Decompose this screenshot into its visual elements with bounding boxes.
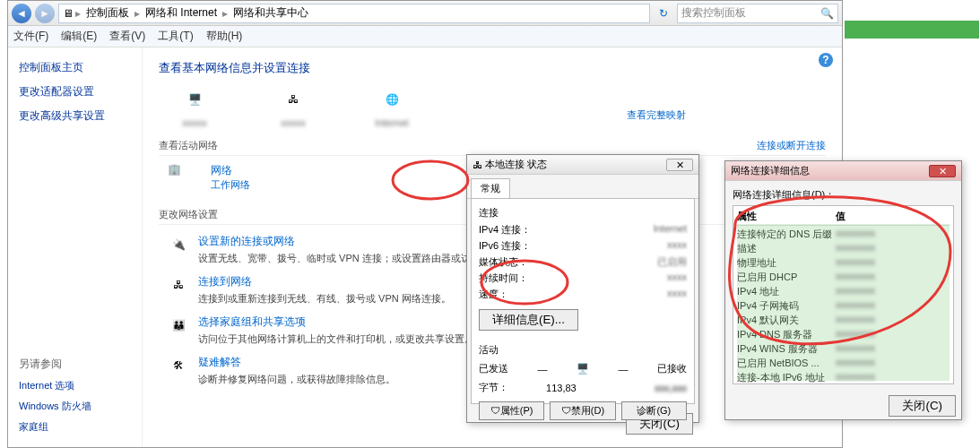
chevron-right-icon: ▸: [75, 7, 81, 20]
detail-row: IPv4 地址xxxxxxxx: [737, 285, 950, 298]
active-networks-label: 查看活动网络: [159, 139, 218, 152]
network-type-link[interactable]: 工作网络: [211, 178, 250, 192]
connection-details-dialog: 网络连接详细信息 ✕ 网络连接详细信息(D)： 属性 值 连接特定的 DNS 后…: [724, 160, 962, 420]
status-value: xxxx: [667, 288, 687, 301]
dialog-titlebar[interactable]: 网络连接详细信息 ✕: [725, 161, 961, 181]
status-key: 速度：: [479, 288, 508, 301]
status-row: 媒体状态：已启用: [479, 255, 687, 269]
group-connection-label: 连接: [479, 206, 687, 220]
change-item-title[interactable]: 连接到网络: [198, 274, 451, 289]
col-value: 值: [836, 210, 846, 223]
detail-property: IPv4 地址: [737, 285, 836, 298]
close-button[interactable]: 关闭(C): [889, 395, 956, 417]
network-name-link[interactable]: 网络: [211, 163, 250, 178]
status-key: 持续时间：: [479, 271, 528, 285]
crumb-root[interactable]: 控制面板: [82, 4, 133, 22]
sent-label: 已发送: [479, 362, 508, 375]
connect-disconnect-link[interactable]: 连接或断开连接: [757, 139, 826, 152]
refresh-button[interactable]: ↻: [654, 7, 673, 20]
detail-row: 连接-本地 IPv6 地址xxxxxxxx: [737, 371, 950, 384]
detail-row: 物理地址xxxxxxxx: [737, 256, 950, 270]
sidebar-home[interactable]: 控制面板主页: [19, 60, 131, 75]
shield-icon: 🛡: [561, 405, 571, 416]
sidebar-item-sharing[interactable]: 更改高级共享设置: [19, 108, 131, 124]
detail-value: xxxxxxxx: [836, 328, 950, 341]
breadcrumb[interactable]: 🖥 ▸ 控制面板 ▸ 网络和 Internet ▸ 网络和共享中心: [58, 4, 650, 23]
dialog-titlebar[interactable]: 🖧 本地连接 状态 ✕: [467, 155, 698, 175]
change-item-desc: 访问位于其他网络计算机上的文件和打印机，或更改共享设置。: [198, 332, 474, 346]
change-item-icon: 🛠: [168, 355, 189, 376]
sidebar-item-homegroup[interactable]: 家庭组: [19, 420, 131, 434]
search-icon: 🔍: [820, 7, 834, 20]
sidebar-item-firewall[interactable]: Windows 防火墙: [19, 400, 131, 413]
detail-row: 已启用 DHCPxxxxxxxx: [737, 271, 950, 284]
menu-help[interactable]: 帮助(H): [206, 29, 243, 44]
detail-value: xxxxxxxx: [836, 371, 950, 384]
change-item-title[interactable]: 选择家庭组和共享选项: [198, 314, 474, 330]
change-item-icon: 👪: [168, 314, 189, 336]
col-property: 属性: [737, 210, 836, 223]
details-inner: 网络连接详细信息(D)： 属性 值 连接特定的 DNS 后缀xxxxxxxx描述…: [725, 181, 961, 392]
crumb-leaf[interactable]: 网络和共享中心: [230, 4, 312, 22]
search-input[interactable]: 搜索控制面板 🔍: [677, 4, 838, 23]
bytes-recv-value: xxx,xxx: [655, 383, 687, 393]
dialog-title: 本地连接 状态: [485, 158, 666, 171]
connection-status-dialog: 🖧 本地连接 状态 ✕ 常规 连接 IPv4 连接：InternetIPv6 连…: [466, 154, 699, 423]
detail-property: IPv4 默认网关: [737, 314, 836, 327]
menu-edit[interactable]: 编辑(E): [61, 29, 97, 44]
detail-property: 物理地址: [737, 256, 836, 270]
help-icon[interactable]: ?: [819, 53, 833, 67]
network-icon: 🖧: [275, 85, 311, 114]
node-label: Internet: [365, 117, 419, 128]
diagnose-button[interactable]: 诊断(G): [621, 401, 687, 420]
detail-value: xxxxxxxx: [836, 314, 950, 327]
status-row: 速度：xxxx: [479, 288, 687, 301]
network-category-icon: 🏢: [168, 163, 200, 195]
crumb-mid[interactable]: 网络和 Internet: [142, 4, 221, 22]
sidebar-item-internet-options[interactable]: Internet 选项: [19, 379, 131, 392]
detail-property: IPv4 WINS 服务器: [737, 342, 836, 356]
sidebar-item-adapter[interactable]: 更改适配器设置: [19, 84, 131, 99]
tab-strip: 常规: [467, 175, 698, 199]
list-header: 属性 值: [737, 210, 950, 226]
close-icon[interactable]: ✕: [666, 159, 693, 171]
change-item-title[interactable]: 设置新的连接或网络: [198, 234, 500, 249]
detail-property: IPv4 子网掩码: [737, 299, 836, 313]
details-button[interactable]: 详细信息(E)...: [479, 309, 578, 331]
detail-row: 描述xxxxxxxx: [737, 242, 950, 255]
details-listbox[interactable]: 属性 值 连接特定的 DNS 后缀xxxxxxxx描述xxxxxxxx物理地址x…: [733, 205, 954, 384]
forward-button[interactable]: ►: [35, 4, 55, 23]
detail-value: xxxxxxxx: [836, 242, 950, 255]
tab-general[interactable]: 常规: [471, 178, 510, 198]
sidebar-also-label: 另请参阅: [19, 357, 131, 372]
status-pane: 连接 IPv4 连接：InternetIPv6 连接：xxxx媒体状态：已启用持…: [471, 198, 695, 404]
bytes-label: 字节：: [479, 381, 508, 394]
change-item-desc: 诊断并修复网络问题，或获得故障排除信息。: [198, 373, 395, 386]
menu-file[interactable]: 文件(F): [13, 29, 48, 44]
view-full-map-link[interactable]: 查看完整映射: [627, 108, 686, 122]
detail-property: 已启用 NetBIOS ...: [737, 357, 836, 370]
detail-value: xxxxxxxx: [836, 285, 950, 298]
menu-view[interactable]: 查看(V): [109, 29, 145, 44]
close-icon[interactable]: ✕: [929, 165, 956, 177]
detail-value: xxxxxxxx: [836, 299, 950, 313]
network-map: 🖥️xxxxx 🖧xxxxx 🌐Internet: [168, 85, 826, 128]
button-row: 🛡属性(P) 🛡禁用(D) 诊断(G): [479, 401, 687, 420]
detail-row: IPv4 默认网关xxxxxxxx: [737, 314, 950, 327]
node-label: xxxxx: [266, 117, 320, 128]
detail-value: xxxxxxxx: [836, 271, 950, 284]
back-button[interactable]: ◄: [12, 4, 31, 23]
page-title: 查看基本网络信息并设置连接: [159, 60, 826, 76]
status-key: IPv6 连接：: [479, 239, 531, 253]
detail-value: xxxxxxxx: [836, 342, 950, 356]
detail-property: IPv4 DNS 服务器: [737, 328, 836, 341]
status-row: 持续时间：xxxx: [479, 271, 687, 285]
change-item-icon: 🖧: [168, 274, 189, 296]
detail-row: 连接特定的 DNS 后缀xxxxxxxx: [737, 228, 950, 241]
detail-property: 连接特定的 DNS 后缀: [737, 228, 836, 241]
disable-button[interactable]: 🛡禁用(D): [550, 401, 615, 420]
chevron-right-icon: ▸: [222, 7, 228, 20]
menu-tools[interactable]: 工具(T): [158, 29, 193, 44]
properties-button[interactable]: 🛡属性(P): [479, 401, 544, 420]
change-item-title[interactable]: 疑难解答: [198, 355, 395, 370]
